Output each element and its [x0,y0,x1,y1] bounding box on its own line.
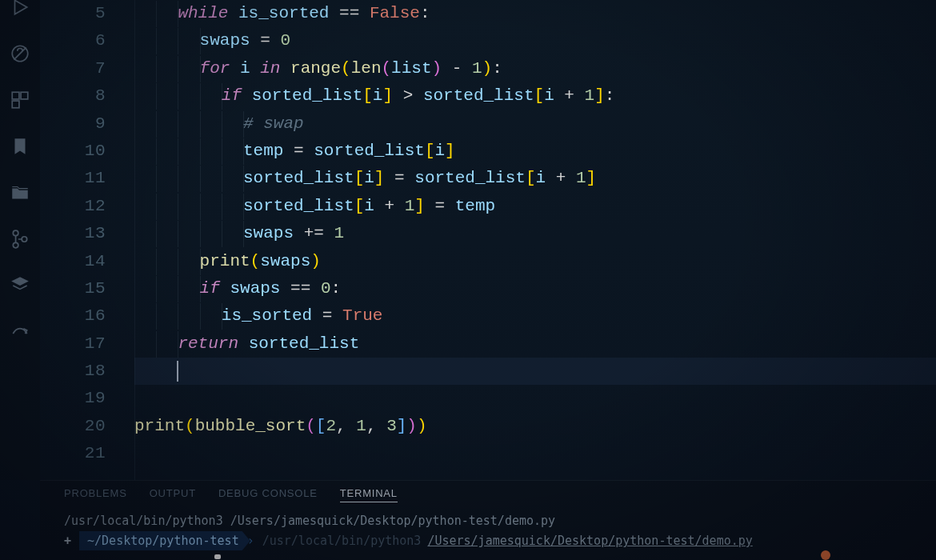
code-line[interactable] [134,358,936,385]
panel-tabs: PROBLEMSOUTPUTDEBUG CONSOLETERMINAL [40,481,936,507]
line-number: 10 [40,138,106,165]
prompt-interpreter: /usr/local/bin/python3 [262,532,422,550]
line-number: 5 [40,0,106,27]
prompt-plus-icon: + [64,532,71,550]
layers-icon[interactable] [8,274,32,298]
code-line[interactable] [134,440,936,467]
line-number: 15 [40,275,106,302]
line-number: 11 [40,165,106,192]
svg-rect-4 [21,92,28,99]
files-icon[interactable] [8,181,32,205]
code-line[interactable]: return sorted_list [134,330,936,358]
line-number: 19 [40,385,106,412]
line-number: 12 [40,193,106,220]
code-line[interactable]: while is_sorted == False: [134,0,936,27]
share-icon[interactable] [8,320,32,344]
line-number: 8 [40,82,106,110]
panel-tab-problems[interactable]: PROBLEMS [64,487,127,502]
svg-point-8 [22,237,26,242]
code-line[interactable]: if sorted_list[i] > sorted_list[i + 1]: [134,82,936,110]
line-number: 13 [40,220,106,247]
line-number: 6 [40,27,106,54]
svg-rect-3 [12,92,19,99]
prompt-directory: ~/Desktop/python-test [79,531,250,550]
code-line[interactable]: # swap [134,110,936,138]
terminal-prompt[interactable]: + ~/Desktop/python-test › /usr/local/bin… [64,531,912,550]
code-line[interactable]: swaps += 1 [134,220,936,247]
bottom-panel: PROBLEMSOUTPUTDEBUG CONSOLETERMINAL /usr… [40,480,936,560]
line-number: 16 [40,302,106,330]
bookmark-icon[interactable] [8,134,32,158]
source-control-icon[interactable] [8,227,32,251]
text-cursor [177,361,178,382]
svg-marker-0 [15,0,27,14]
panel-tab-terminal[interactable]: TERMINAL [340,487,398,502]
code-line[interactable]: for i in range(len(list) - 1): [134,55,936,82]
svg-point-6 [13,230,18,236]
debug-alt-icon[interactable] [8,0,32,19]
bug-disabled-icon[interactable] [8,42,32,66]
code-line[interactable]: sorted_list[i] = sorted_list[i + 1] [134,165,936,192]
code-line[interactable]: sorted_list[i + 1] = temp [134,193,936,220]
panel-tab-debug-console[interactable]: DEBUG CONSOLE [218,487,318,502]
terminal-body[interactable]: /usr/local/bin/python3 /Users/jamesquick… [40,507,936,555]
code-line[interactable]: print(bubble_sort([2, 1, 3])) [134,413,936,440]
code-line[interactable]: print(swaps) [134,248,936,275]
activity-bar [0,0,40,480]
code-line[interactable] [134,385,936,412]
prompt-filepath: /Users/jamesquick/Desktop/python-test/de… [427,532,752,550]
svg-line-2 [14,47,26,59]
extensions-icon[interactable] [8,88,32,112]
line-number: 20 [40,413,106,440]
code-line[interactable]: if swaps == 0: [134,275,936,302]
line-number: 9 [40,110,106,138]
code-line[interactable]: is_sorted = True [134,302,936,330]
code-line[interactable]: temp = sorted_list[i] [134,138,936,165]
notification-dot-icon[interactable] [821,550,830,560]
panel-tab-output[interactable]: OUTPUT [150,487,196,502]
terminal-output-line: /usr/local/bin/python3 /Users/jamesquick… [64,512,912,530]
code-editor[interactable]: 56789101112131415161718192021 while is_s… [40,0,936,480]
line-number-gutter: 56789101112131415161718192021 [40,0,128,480]
caret-indicator [214,554,221,559]
svg-rect-5 [12,101,19,108]
code-line[interactable]: swaps = 0 [134,27,936,54]
line-number: 14 [40,248,106,275]
svg-point-7 [13,242,18,248]
code-area[interactable]: while is_sorted == False:swaps = 0for i … [134,0,936,480]
line-number: 7 [40,55,106,82]
line-number: 17 [40,330,106,358]
line-number: 18 [40,358,106,385]
line-number: 21 [40,440,106,467]
